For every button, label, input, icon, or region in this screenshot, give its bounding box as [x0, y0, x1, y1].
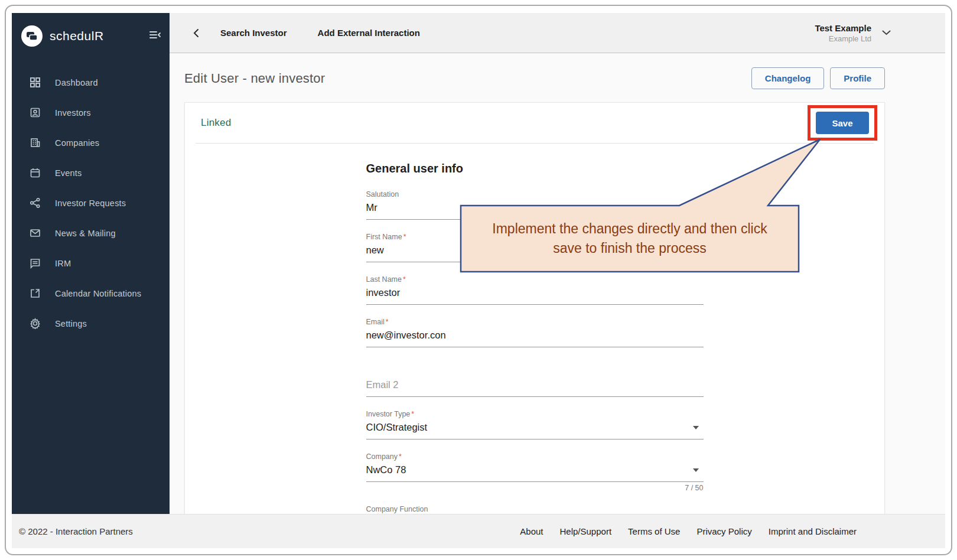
tab-linked[interactable]: Linked — [201, 117, 231, 129]
last-name-input[interactable]: investor — [366, 285, 704, 305]
schedulr-logo-icon — [21, 25, 43, 47]
email2-field: Email 2 — [366, 367, 704, 397]
footer-link-about[interactable]: About — [520, 526, 543, 536]
general-user-info-form: General user info Salutation Mr First Na… — [366, 162, 704, 514]
save-button[interactable]: Save — [816, 112, 869, 134]
required-asterisk: * — [399, 452, 402, 461]
calendar-export-icon — [28, 287, 41, 300]
sidebar-item-dashboard[interactable]: Dashboard — [12, 67, 170, 97]
footer-link-terms-of-use[interactable]: Terms of Use — [628, 526, 680, 536]
investor-type-label: Investor Type — [366, 410, 411, 418]
app-title: schedulR — [50, 29, 148, 43]
page-title: Edit User - new investor — [184, 71, 746, 86]
calendar-icon — [28, 167, 41, 180]
investor-badge-icon — [28, 106, 41, 119]
building-icon — [28, 136, 41, 149]
sidebar-item-news-mailing[interactable]: News & Mailing — [12, 218, 170, 248]
company-function-label: Company Function — [366, 505, 428, 513]
salutation-label: Salutation — [366, 190, 399, 198]
required-asterisk: * — [386, 318, 389, 326]
first-name-label: First Name — [366, 233, 402, 241]
company-label: Company — [366, 452, 398, 461]
first-name-field: First Name* new — [366, 233, 704, 262]
last-name-label: Last Name — [366, 275, 402, 284]
investor-type-field: Investor Type* CIO/Strategist — [366, 410, 704, 439]
sidebar-item-label: Investor Requests — [55, 198, 126, 208]
footer-link-help-support[interactable]: Help/Support — [560, 526, 612, 536]
sidebar-item-label: Companies — [55, 138, 99, 148]
sidebar-collapse-icon[interactable] — [148, 28, 161, 44]
sidebar-item-companies[interactable]: Companies — [12, 128, 170, 158]
sidebar-item-label: Settings — [55, 319, 87, 328]
sidebar-item-irm[interactable]: IRM — [12, 248, 170, 278]
sidebar-item-label: Calendar Notifications — [55, 289, 141, 298]
email-field: Email* new@investor.con — [366, 318, 704, 347]
sidebar-item-label: IRM — [55, 259, 71, 268]
sidebar-nav: Dashboard Investors Companies — [12, 59, 170, 338]
dropdown-caret-icon — [693, 426, 699, 429]
sidebar-item-events[interactable]: Events — [12, 158, 170, 188]
first-name-input[interactable]: new — [366, 243, 704, 262]
company-select[interactable]: NwCo 78 — [366, 463, 704, 482]
user-menu[interactable]: Test Example Example Ltd — [815, 23, 871, 43]
sidebar-item-investors[interactable]: Investors — [12, 97, 170, 128]
app-frame: schedulR Dashboard — [5, 5, 952, 555]
salutation-field: Salutation Mr — [366, 190, 704, 220]
sidebar-item-investor-requests[interactable]: Investor Requests — [12, 188, 170, 218]
salutation-input[interactable]: Mr — [366, 200, 704, 220]
user-company: Example Ltd — [815, 34, 871, 43]
email-label: Email — [366, 318, 385, 326]
sidebar-item-calendar-notifications[interactable]: Calendar Notifications — [12, 278, 170, 308]
edit-user-card: Linked Save General user info Salutation… — [184, 102, 885, 514]
gear-icon — [28, 317, 41, 330]
sidebar-item-label: Investors — [55, 108, 91, 118]
main-area: Search Investor Add External Interaction… — [170, 13, 945, 514]
save-highlight-annotation: Save — [808, 105, 877, 141]
user-name: Test Example — [815, 23, 871, 33]
changelog-button[interactable]: Changelog — [751, 67, 825, 89]
chevron-down-icon[interactable] — [882, 30, 891, 35]
required-asterisk: * — [411, 410, 414, 418]
dashboard-grid-icon — [28, 76, 41, 89]
page-content: Edit User - new investor Changelog Profi… — [170, 53, 945, 514]
email2-input[interactable]: Email 2 — [366, 377, 704, 397]
investor-type-select[interactable]: CIO/Strategist — [366, 420, 704, 439]
footer-link-imprint-disclaimer[interactable]: Imprint and Disclaimer — [769, 526, 857, 536]
sidebar-item-label: News & Mailing — [55, 229, 116, 238]
section-title: General user info — [366, 162, 704, 175]
sidebar: schedulR Dashboard — [12, 13, 170, 514]
last-name-field: Last Name* investor — [366, 275, 704, 305]
back-button[interactable] — [192, 28, 201, 38]
topbar-item-add-external-interaction[interactable]: Add External Interaction — [318, 28, 420, 38]
sidebar-item-settings[interactable]: Settings — [12, 308, 170, 338]
message-icon — [28, 257, 41, 270]
required-asterisk: * — [403, 233, 406, 241]
topbar: Search Investor Add External Interaction… — [170, 13, 945, 53]
copyright-text: © 2022 - Interaction Partners — [19, 526, 503, 536]
footer: © 2022 - Interaction Partners About Help… — [12, 514, 945, 548]
topbar-item-search-investor[interactable]: Search Investor — [220, 28, 287, 38]
footer-link-privacy-policy[interactable]: Privacy Policy — [696, 526, 751, 536]
dropdown-caret-icon — [693, 468, 699, 472]
company-field: Company* NwCo 78 7 / 50 — [366, 452, 704, 492]
company-char-counter: 7 / 50 — [366, 484, 704, 492]
email-input[interactable]: new@investor.con — [366, 328, 704, 347]
share-icon — [28, 197, 41, 210]
sidebar-item-label: Dashboard — [55, 78, 98, 87]
envelope-icon — [28, 227, 41, 240]
company-function-field: Company Function — [366, 505, 704, 514]
sidebar-item-label: Events — [55, 168, 82, 178]
required-asterisk: * — [403, 275, 406, 284]
profile-button[interactable]: Profile — [830, 67, 885, 89]
